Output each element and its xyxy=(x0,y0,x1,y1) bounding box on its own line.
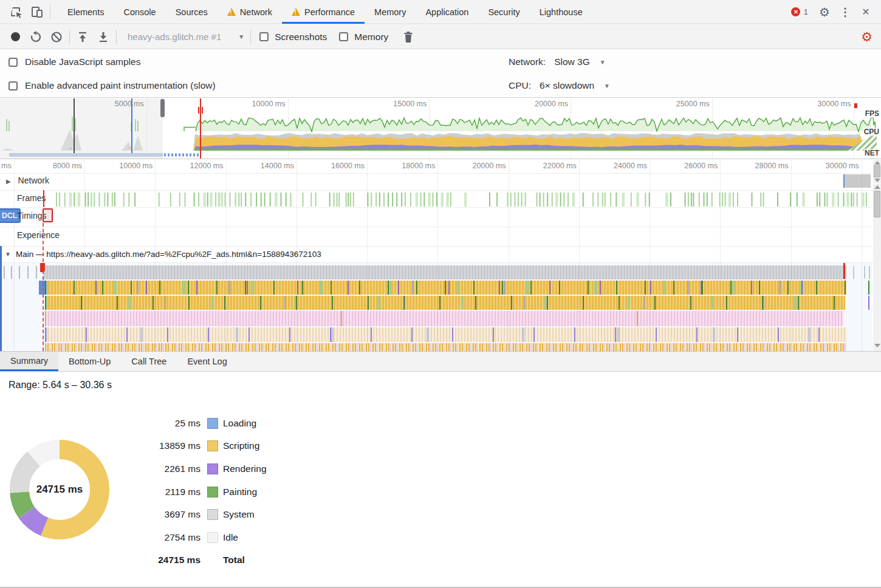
tab-network[interactable]: Network xyxy=(218,0,282,24)
long-task-end-marker xyxy=(843,263,845,279)
timeline-tracks[interactable]: 6000 ms8000 ms10000 ms12000 ms14000 ms16… xyxy=(0,160,881,351)
lcp-marker-badge[interactable] xyxy=(43,208,53,222)
main-track-title: Main — https://heavy-ads.glitch.me/?ad=%… xyxy=(16,250,321,259)
legend-swatch xyxy=(207,418,218,429)
legend-row: 13859 msScripting xyxy=(122,435,267,458)
legend-total-label: Total xyxy=(223,555,245,566)
tab-label: Bottom-Up xyxy=(69,357,111,366)
flame-row-3[interactable] xyxy=(45,311,843,326)
close-icon[interactable]: ✕ xyxy=(855,3,876,21)
performance-toolbar: heavy-ads.glitch.me #1 ▼ Screenshots Mem… xyxy=(0,25,881,49)
tab-memory[interactable]: Memory xyxy=(365,0,416,24)
device-toolbar-icon[interactable] xyxy=(27,3,47,21)
tab-sources[interactable]: Sources xyxy=(166,0,218,24)
chevron-down-icon[interactable]: ▼ xyxy=(600,59,606,66)
legend-row: 3697 msSystem xyxy=(122,503,267,526)
ruler-tick-label: 10000 ms xyxy=(58,162,153,170)
error-icon: ✕ xyxy=(791,7,800,16)
selected-track-indicator xyxy=(0,246,2,351)
tab-lighthouse[interactable]: Lighthouse xyxy=(530,0,592,24)
ruler-tick-label: 26000 ms xyxy=(623,162,718,170)
legend-swatch xyxy=(207,532,218,543)
tab-security[interactable]: Security xyxy=(478,0,529,24)
timeline-overview[interactable]: 5000 ms10000 ms15000 ms20000 ms25000 ms3… xyxy=(0,98,881,159)
tab-event-log[interactable]: Event Log xyxy=(177,352,237,371)
divider xyxy=(116,30,117,44)
long-task-flag-icon xyxy=(40,263,45,272)
summary-pane: Range: 5.64 s – 30.36 s 24715 ms 25 msLo… xyxy=(0,372,881,587)
scrollbar-thumb[interactable] xyxy=(874,165,880,177)
cpu-throttle-select[interactable]: 6× slowdown xyxy=(540,80,594,91)
legend-total-value: 24715 ms xyxy=(122,555,201,566)
expander-right-icon[interactable]: ▶ xyxy=(6,178,11,185)
ruler-tick-label: 22000 ms xyxy=(482,162,577,170)
flame-row-1[interactable] xyxy=(45,281,846,295)
overview-window-grip[interactable] xyxy=(160,99,165,117)
flame-row-2[interactable] xyxy=(45,296,845,310)
legend-total-row: 24715 msTotal xyxy=(122,549,267,572)
tab-performance[interactable]: Performance xyxy=(282,0,365,24)
record-button[interactable] xyxy=(5,28,26,46)
track-frames[interactable]: Frames xyxy=(17,193,46,203)
legend-row: 2261 msRendering xyxy=(122,457,267,480)
panel-tabs: Elements Console Sources Network Perform… xyxy=(58,0,592,24)
clear-recording-icon[interactable] xyxy=(46,28,67,46)
checkbox-label: Memory xyxy=(354,32,388,43)
checkbox-label: Screenshots xyxy=(275,32,327,43)
screenshots-checkbox[interactable]: Screenshots xyxy=(259,32,327,43)
lcp-marker-flag xyxy=(198,107,204,114)
ruler-tick-label: 18000 ms xyxy=(340,162,435,170)
reload-and-record-button[interactable] xyxy=(26,28,46,46)
chevron-down-icon: ▼ xyxy=(238,33,244,40)
capture-settings-gear-icon[interactable]: ⚙ xyxy=(861,30,872,44)
network-scrollbar[interactable] xyxy=(873,160,881,183)
legend-row: 2754 msIdle xyxy=(122,526,267,549)
ruler-tick-label: 14000 ms xyxy=(199,162,294,170)
ruler-tick-label: 6000 ms xyxy=(0,162,12,170)
tab-console[interactable]: Console xyxy=(114,0,165,24)
error-badge[interactable]: ✕ 1 xyxy=(791,7,808,16)
tab-summary[interactable]: Summary xyxy=(0,352,58,371)
advanced-paint-checkbox[interactable]: Enable advanced paint instrumentation (s… xyxy=(9,80,216,91)
divider xyxy=(50,5,50,19)
tab-elements[interactable]: Elements xyxy=(58,0,114,24)
track-network[interactable]: ▶ Network xyxy=(6,176,49,185)
track-experience[interactable]: Experience xyxy=(17,230,60,240)
disable-js-samples-checkbox[interactable]: Disable JavaScript samples xyxy=(9,56,140,67)
flame-row-tasks[interactable] xyxy=(44,265,846,279)
chevron-down-icon[interactable]: ▼ xyxy=(604,83,610,89)
tab-application[interactable]: Application xyxy=(416,0,478,24)
network-request-block[interactable] xyxy=(843,174,871,188)
time-breakdown-legend: 25 msLoading13859 msScripting2261 msRend… xyxy=(122,412,267,572)
tab-bottom-up[interactable]: Bottom-Up xyxy=(58,352,121,371)
scrollbar-thumb[interactable] xyxy=(874,191,880,217)
memory-checkbox[interactable]: Memory xyxy=(339,32,388,43)
track-main[interactable]: ▼ Main — https://heavy-ads.glitch.me/?ad… xyxy=(0,246,881,262)
flame-row-4[interactable] xyxy=(45,327,846,342)
inspect-element-icon[interactable] xyxy=(6,3,27,21)
donut-total-label: 24715 ms xyxy=(9,484,111,496)
tab-call-tree[interactable]: Call Tree xyxy=(121,352,177,371)
save-profile-icon[interactable] xyxy=(93,28,114,46)
network-throttle-select[interactable]: Slow 3G xyxy=(554,56,590,67)
kebab-menu-icon[interactable]: ⋮ xyxy=(835,3,855,21)
flame-event-block[interactable] xyxy=(39,281,45,295)
history-select[interactable]: heavy-ads.glitch.me #1 ▼ xyxy=(123,32,244,42)
legend-swatch xyxy=(207,440,218,451)
tab-label: Elements xyxy=(67,7,104,17)
network-throttle-label: Network: xyxy=(509,56,546,67)
ruler-tick-label: 12000 ms xyxy=(129,162,224,170)
tab-label: Lighthouse xyxy=(540,7,583,17)
checkbox-box xyxy=(9,81,18,91)
settings-gear-icon[interactable]: ⚙ xyxy=(814,3,835,21)
legend-value: 25 ms xyxy=(122,418,201,429)
flame-scrollbar[interactable] xyxy=(873,183,881,351)
expander-down-icon[interactable]: ▼ xyxy=(5,251,11,258)
time-breakdown-donut: 24715 ms xyxy=(9,439,111,541)
flame-row-5[interactable] xyxy=(45,343,846,351)
trash-icon[interactable] xyxy=(398,28,419,46)
legend-swatch xyxy=(207,463,218,474)
ruler-tick-label: 20000 ms xyxy=(411,162,506,170)
checkbox-box xyxy=(9,58,18,67)
load-profile-icon[interactable] xyxy=(72,28,93,46)
